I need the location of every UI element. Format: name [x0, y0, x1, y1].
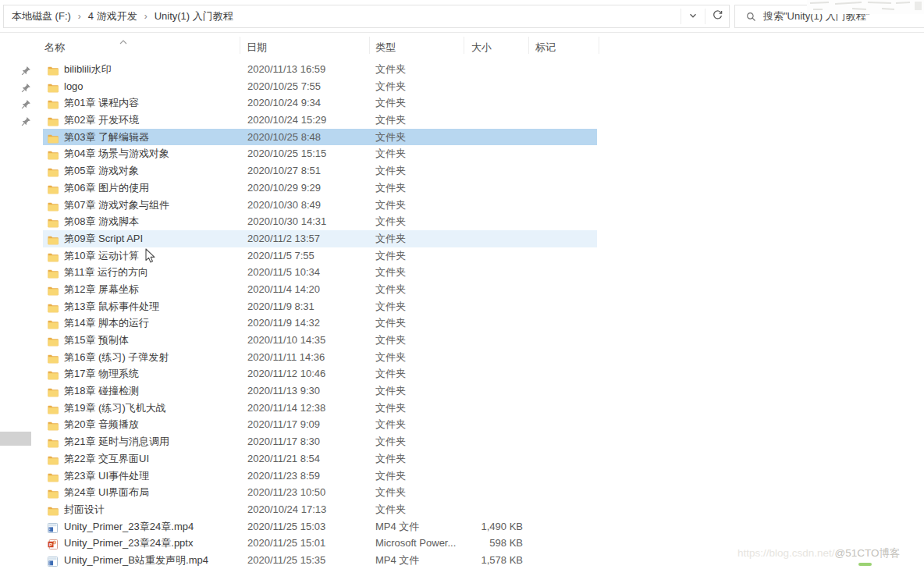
file-row[interactable]: 第02章 开发环境2020/10/24 15:29文件夹 — [0, 112, 924, 129]
file-row[interactable]: logo2020/10/25 7:55文件夹 — [0, 78, 924, 95]
column-divider[interactable] — [599, 37, 599, 54]
breadcrumb-item[interactable]: Unity(1) 入门教程 — [153, 9, 235, 23]
breadcrumb-item[interactable]: 4 游戏开发 — [87, 9, 139, 23]
file-row[interactable]: 第04章 场景与游戏对象2020/10/25 15:15文件夹 — [0, 145, 924, 162]
file-name[interactable]: 第10章 运动计算 — [64, 247, 139, 265]
file-name[interactable]: 第07章 游戏对象与组件 — [64, 197, 169, 214]
file-name[interactable]: 第12章 屏幕坐标 — [64, 281, 139, 298]
file-type: 文件夹 — [375, 298, 406, 315]
file-row[interactable]: 第22章 交互界面UI2020/11/21 8:54文件夹 — [0, 450, 924, 468]
file-date: 2020/10/25 8:48 — [247, 129, 321, 146]
folder-icon — [48, 200, 59, 210]
file-name[interactable]: 第22章 交互界面UI — [64, 450, 149, 468]
file-name[interactable]: Unity_Primer_23章24章.mp4 — [64, 518, 194, 535]
file-name[interactable]: 第21章 延时与消息调用 — [64, 433, 169, 450]
file-row[interactable]: 封面设计2020/10/24 17:13文件夹 — [0, 501, 924, 518]
file-date: 2020/11/4 14:20 — [247, 281, 320, 298]
file-row[interactable]: Unity_Primer_23章24章.mp42020/11/25 15:03M… — [0, 518, 924, 535]
folder-icon — [48, 216, 59, 226]
file-name[interactable]: 第14章 脚本的运行 — [64, 315, 149, 332]
file-name[interactable]: 第11章 运行的方向 — [64, 264, 148, 281]
address-bar[interactable]: 本地磁盘 (F:)›4 游戏开发›Unity(1) 入门教程 — [3, 5, 730, 28]
file-row[interactable]: 第08章 游戏脚本2020/10/30 14:31文件夹 — [0, 213, 924, 230]
file-name[interactable]: 第09章 Script API — [64, 230, 143, 247]
breadcrumb-item[interactable]: 本地磁盘 (F:) — [10, 9, 73, 23]
file-row[interactable]: 第21章 延时与消息调用2020/11/17 8:30文件夹 — [0, 433, 924, 450]
file-row[interactable]: 第19章 (练习)飞机大战2020/11/14 12:38文件夹 — [0, 400, 924, 417]
file-row[interactable]: 第16章 (练习) 子弹发射2020/11/11 14:36文件夹 — [0, 349, 924, 366]
file-row[interactable]: 第15章 预制体2020/11/10 14:35文件夹 — [0, 332, 924, 349]
file-name[interactable]: 第03章 了解编辑器 — [64, 129, 149, 146]
file-name[interactable]: 第20章 音频播放 — [64, 416, 139, 433]
file-name[interactable]: 第19章 (练习)飞机大战 — [64, 400, 166, 417]
file-row[interactable]: 第11章 运行的方向2020/11/5 10:34文件夹 — [0, 264, 924, 281]
file-row[interactable]: biliblili水印2020/11/13 16:59文件夹 — [0, 61, 924, 78]
column-divider[interactable] — [240, 37, 240, 54]
file-row[interactable]: 第12章 屏幕坐标2020/11/4 14:20文件夹 — [0, 281, 924, 298]
file-name[interactable]: 第02章 开发环境 — [64, 112, 139, 129]
column-header-tags[interactable]: 标记 — [535, 41, 556, 55]
file-name[interactable]: 第05章 游戏对象 — [64, 162, 139, 180]
column-divider[interactable] — [528, 37, 529, 54]
file-type: 文件夹 — [375, 400, 406, 417]
column-header-type[interactable]: 类型 — [375, 41, 396, 55]
file-row[interactable]: 第03章 了解编辑器2020/10/25 8:48文件夹 — [0, 129, 924, 146]
file-name[interactable]: 第04章 场景与游戏对象 — [64, 145, 169, 162]
file-date: 2020/11/2 13:57 — [247, 230, 320, 247]
left-gray-box — [0, 432, 31, 446]
file-row[interactable]: 第10章 运动计算2020/11/5 7:55文件夹 — [0, 247, 924, 265]
file-row[interactable]: 第17章 物理系统2020/11/12 10:46文件夹 — [0, 365, 924, 382]
file-name[interactable]: logo — [64, 78, 84, 95]
file-type: 文件夹 — [375, 332, 406, 349]
file-row[interactable]: 第14章 脚本的运行2020/11/9 14:32文件夹 — [0, 315, 924, 332]
file-date: 2020/11/5 10:34 — [247, 264, 320, 281]
column-header-size[interactable]: 大小 — [471, 41, 492, 55]
refresh-button[interactable] — [705, 5, 729, 27]
folder-icon — [48, 115, 59, 125]
file-date: 2020/11/9 14:32 — [247, 315, 320, 332]
file-name[interactable]: 第23章 UI事件处理 — [64, 468, 149, 485]
file-date: 2020/11/21 8:54 — [247, 450, 320, 468]
column-header-name[interactable]: 名称 — [44, 41, 65, 55]
file-name[interactable]: 第24章 UI界面布局 — [64, 484, 149, 501]
file-size: 1,578 KB — [433, 552, 523, 569]
address-dropdown-button[interactable] — [681, 5, 705, 27]
file-type: 文件夹 — [375, 416, 406, 433]
file-name[interactable]: Unity_Primer_B站重发声明.mp4 — [64, 552, 208, 569]
file-row[interactable]: 第18章 碰撞检测2020/11/13 9:30文件夹 — [0, 382, 924, 400]
file-name[interactable]: 第16章 (练习) 子弹发射 — [64, 349, 169, 366]
file-type: 文件夹 — [375, 433, 406, 450]
file-row[interactable]: 第06章 图片的使用2020/10/29 9:29文件夹 — [0, 180, 924, 197]
file-row[interactable]: 第24章 UI界面布局2020/11/23 10:50文件夹 — [0, 484, 924, 501]
file-row[interactable]: 第07章 游戏对象与组件2020/10/30 8:49文件夹 — [0, 197, 924, 214]
file-type: 文件夹 — [375, 94, 406, 112]
column-header-date[interactable]: 日期 — [247, 41, 267, 55]
file-date: 2020/10/24 15:29 — [247, 112, 326, 129]
file-date: 2020/10/29 9:29 — [247, 180, 321, 197]
pin-icon — [21, 64, 31, 74]
file-type: 文件夹 — [375, 468, 406, 485]
column-divider[interactable] — [369, 37, 370, 54]
search-icon — [746, 12, 756, 22]
file-name[interactable]: 第18章 碰撞检测 — [64, 382, 139, 400]
file-row[interactable]: 第01章 课程内容2020/10/24 9:34文件夹 — [0, 94, 924, 112]
file-name[interactable]: 第06章 图片的使用 — [64, 180, 149, 197]
file-name[interactable]: 第15章 预制体 — [64, 332, 129, 349]
powerpoint-file-icon: P — [48, 538, 59, 548]
file-type: 文件夹 — [375, 349, 406, 366]
file-row[interactable]: 第05章 游戏对象2020/10/27 8:51文件夹 — [0, 162, 924, 180]
file-row[interactable]: 第23章 UI事件处理2020/11/23 8:59文件夹 — [0, 468, 924, 485]
file-row[interactable]: 第09章 Script API2020/11/2 13:57文件夹 — [0, 230, 924, 247]
file-name[interactable]: 第01章 课程内容 — [64, 94, 139, 112]
file-name[interactable]: 第08章 游戏脚本 — [64, 213, 139, 230]
column-divider[interactable] — [464, 37, 464, 54]
file-name[interactable]: biliblili水印 — [64, 61, 112, 78]
file-name[interactable]: 第13章 鼠标事件处理 — [64, 298, 159, 315]
file-name[interactable]: Unity_Primer_23章24章.pptx — [64, 535, 193, 552]
file-name[interactable]: 封面设计 — [64, 501, 105, 518]
file-row[interactable]: 第13章 鼠标事件处理2020/11/9 8:31文件夹 — [0, 298, 924, 315]
file-name[interactable]: 第17章 物理系统 — [64, 365, 139, 382]
video-file-icon — [48, 521, 59, 532]
file-type: 文件夹 — [375, 145, 406, 162]
file-row[interactable]: 第20章 音频播放2020/11/17 9:09文件夹 — [0, 416, 924, 433]
